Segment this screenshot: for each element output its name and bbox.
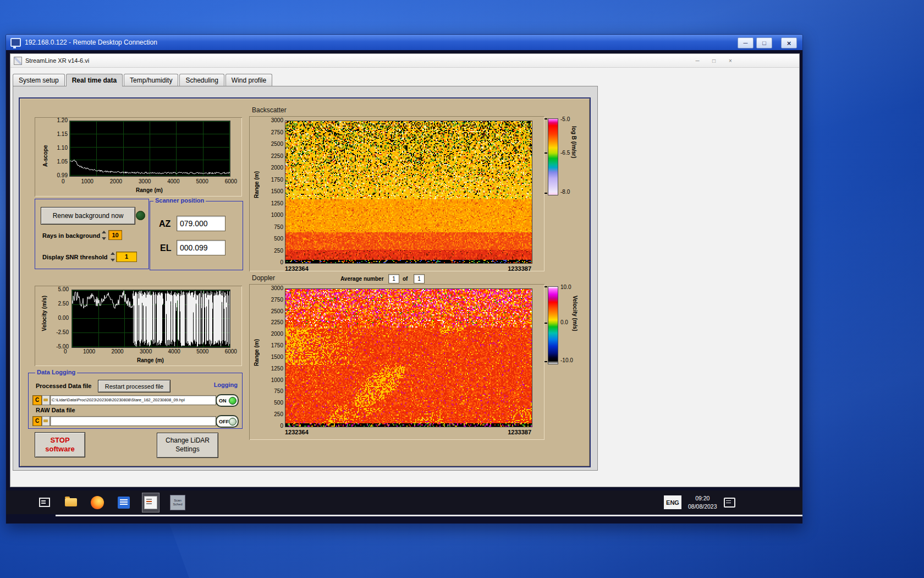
rdp-window-title: 192.168.0.122 - Remote Desktop Connectio… bbox=[25, 39, 157, 46]
tick-label: 2000 bbox=[110, 179, 122, 184]
renew-background-button[interactable]: Renew background now bbox=[41, 207, 135, 225]
app-close-button[interactable]: × bbox=[722, 56, 739, 66]
background-controls-group: Renew background now Rays in background … bbox=[35, 199, 149, 269]
tick-label: 1.20 bbox=[57, 118, 68, 123]
colorbar-tick-label: 10.0 bbox=[560, 285, 571, 290]
tick-label: 0 bbox=[280, 423, 283, 429]
notification-center-icon[interactable] bbox=[724, 498, 735, 508]
tab-temp-humidity[interactable]: Temp/humidity bbox=[124, 74, 178, 86]
app-titlebar[interactable]: StreamLine XR v14-6.vi ─ □ × bbox=[10, 54, 799, 68]
tick-label: 1.10 bbox=[57, 145, 68, 151]
stop-button-line2: software bbox=[45, 445, 74, 454]
ascope-y-ticks: 1.201.151.101.050.99 bbox=[51, 118, 68, 178]
snr-spinner[interactable] bbox=[111, 252, 116, 261]
rdp-close-button[interactable]: × bbox=[781, 37, 797, 48]
tick-label: 2250 bbox=[271, 320, 283, 325]
logging-off-led-icon bbox=[229, 418, 237, 426]
tick-label: 250 bbox=[274, 412, 283, 417]
rdp-maximize-button[interactable]: □ bbox=[756, 37, 772, 48]
file-explorer-button[interactable] bbox=[63, 493, 79, 512]
colorbar-tick-label: -8.0 bbox=[560, 189, 570, 195]
processed-browse-folder-icon[interactable] bbox=[42, 395, 50, 405]
change-lidar-settings-button[interactable]: Change LiDAR Settings bbox=[157, 433, 218, 458]
taskbar-tray: ENG 09:20 08/08/2023 bbox=[664, 490, 735, 514]
app-window-title: StreamLine XR v14-6.vi bbox=[25, 57, 89, 64]
doppler-y-ticks: 3000275025002250200017501500125010007505… bbox=[262, 286, 283, 429]
raw-logging-toggle[interactable]: OFF bbox=[216, 415, 239, 428]
scan-scheduler-button[interactable]: Scan Sched bbox=[169, 493, 186, 512]
logging-on-led-icon bbox=[229, 397, 237, 405]
raw-data-file-path[interactable] bbox=[50, 416, 216, 426]
tab-system-setup[interactable]: System setup bbox=[13, 74, 65, 86]
rays-value-field[interactable]: 10 bbox=[108, 230, 122, 240]
tick-label: 750 bbox=[274, 389, 283, 394]
desktop: { "rdp": { "title": "192.168.0.122 - Rem… bbox=[0, 0, 924, 578]
el-label: EL bbox=[160, 243, 171, 253]
raw-drive-box[interactable]: C bbox=[32, 416, 42, 426]
tick-label: 5000 bbox=[196, 349, 208, 355]
velocity-x-ticks: 0100020003000400050006000 bbox=[64, 349, 237, 355]
streamline-taskbar-button[interactable] bbox=[142, 493, 160, 512]
tick-label: 1500 bbox=[271, 189, 283, 194]
average-total-field[interactable]: 1 bbox=[414, 274, 425, 283]
stop-software-button[interactable]: STOP software bbox=[35, 432, 85, 457]
tick-label: 2250 bbox=[271, 154, 283, 159]
el-value-field[interactable]: 000.099 bbox=[177, 240, 226, 255]
spinner-up-icon[interactable] bbox=[102, 231, 106, 233]
streamline-app-window: StreamLine XR v14-6.vi ─ □ × System setu… bbox=[10, 53, 800, 487]
firefox-button[interactable] bbox=[89, 493, 106, 512]
rays-spinner[interactable] bbox=[102, 231, 107, 240]
velocity-y-ticks: 5.002.500.00-2.50-5.00 bbox=[50, 287, 69, 350]
processed-data-file-path[interactable]: C:\Lidar\Data\Proc\2023\202308\20230808\… bbox=[50, 395, 216, 405]
tick-label: 1.15 bbox=[57, 132, 68, 137]
app-window-controls: ─ □ × bbox=[689, 56, 739, 66]
backscatter-y-ticks: 3000275025002250200017501500125010007505… bbox=[262, 118, 283, 265]
restart-processed-file-button[interactable]: Restart processed file bbox=[98, 380, 170, 392]
ascope-y-axis-label: A-scope bbox=[42, 134, 48, 167]
rdp-minimize-button[interactable]: ─ bbox=[738, 37, 754, 48]
backscatter-x-end: 1233387 bbox=[508, 265, 531, 272]
app-minimize-button[interactable]: ─ bbox=[689, 56, 706, 66]
logging-label: Logging bbox=[214, 381, 238, 388]
backscatter-colorbar bbox=[548, 118, 558, 195]
tick-label: 3000 bbox=[271, 286, 283, 291]
processed-data-file-label: Processed Data file bbox=[36, 383, 92, 389]
tick-label: 4000 bbox=[168, 349, 180, 355]
velocity-x-axis-label: Range (m) bbox=[72, 357, 229, 363]
taskbar-clock[interactable]: 09:20 08/08/2023 bbox=[688, 494, 717, 510]
language-indicator[interactable]: ENG bbox=[664, 495, 681, 509]
spinner-down-icon[interactable] bbox=[102, 237, 106, 240]
tick-label: 1250 bbox=[271, 201, 283, 206]
tick-label: 500 bbox=[274, 236, 283, 242]
az-value-field[interactable]: 079.000 bbox=[177, 216, 226, 231]
task-view-button[interactable] bbox=[36, 493, 53, 512]
tick-label: 500 bbox=[274, 400, 283, 406]
processed-logging-toggle[interactable]: ON bbox=[216, 394, 239, 407]
scanner-position-title: Scanner position bbox=[153, 197, 206, 204]
spinner-down-icon[interactable] bbox=[111, 259, 115, 261]
change-settings-line1: Change LiDAR bbox=[166, 437, 210, 445]
ascope-plot bbox=[69, 121, 230, 177]
tab-wind-profile[interactable]: Wind profile bbox=[226, 74, 272, 86]
raw-browse-folder-icon[interactable] bbox=[42, 416, 50, 426]
tick-label: 5000 bbox=[196, 179, 208, 184]
app-restore-button[interactable]: □ bbox=[706, 56, 722, 66]
doppler-x-start: 1232364 bbox=[285, 429, 309, 435]
change-settings-line2: Settings bbox=[175, 445, 199, 454]
tick-label: 0 bbox=[64, 349, 67, 355]
main-panel: A-scope 1.201.151.101.050.99 01000200030… bbox=[19, 97, 591, 467]
rdp-titlebar[interactable]: 192.168.0.122 - Remote Desktop Connectio… bbox=[6, 35, 802, 50]
spinner-up-icon[interactable] bbox=[111, 252, 115, 255]
scanner-position-group: Scanner position AZ 079.000 EL 000.099 bbox=[150, 201, 243, 270]
tick-label: 5.00 bbox=[58, 287, 69, 292]
tab-scheduling[interactable]: Scheduling bbox=[179, 74, 224, 86]
task-view-icon bbox=[39, 498, 50, 507]
colorbar-tick-label: -6.5 bbox=[560, 150, 570, 156]
folder-icon bbox=[65, 498, 77, 506]
velocity-y-axis-label: Velocity (m/s) bbox=[41, 296, 47, 331]
average-number-field[interactable]: 1 bbox=[388, 274, 399, 283]
snr-value-field[interactable]: 1 bbox=[116, 252, 137, 262]
processed-drive-box[interactable]: C bbox=[32, 395, 42, 405]
document-app-button[interactable] bbox=[116, 493, 132, 512]
tab-real-time-data[interactable]: Real time data bbox=[66, 74, 123, 86]
